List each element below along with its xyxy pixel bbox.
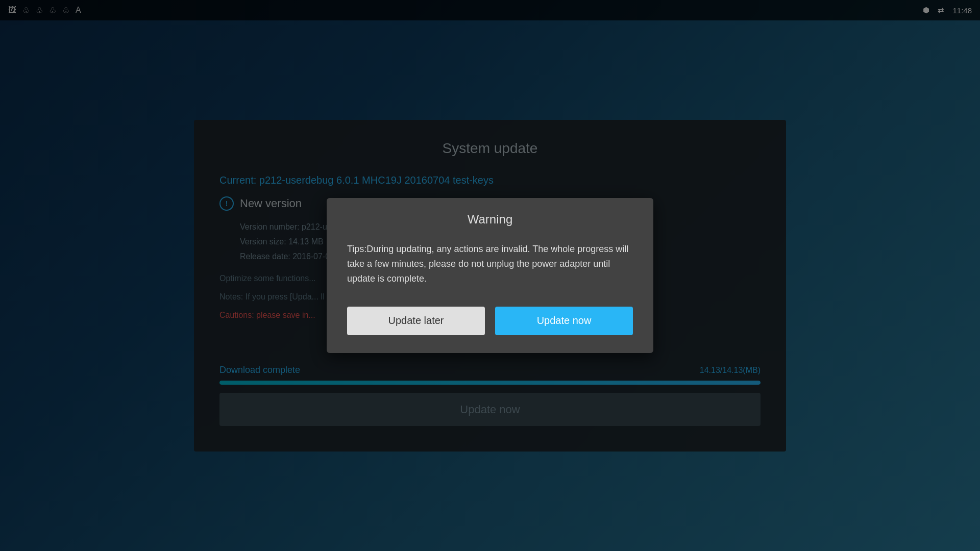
warning-dialog: Warning Tips:During updating, any action…: [327, 198, 653, 353]
overlay: Warning Tips:During updating, any action…: [0, 0, 980, 551]
dialog-message: Tips:During updating, any actions are in…: [327, 237, 653, 301]
dialog-buttons: Update later Update now: [327, 302, 653, 353]
main-area: System update Current: p212-userdebug 6.…: [0, 20, 980, 551]
update-later-button[interactable]: Update later: [347, 307, 485, 335]
dialog-title: Warning: [327, 198, 653, 237]
update-now-button[interactable]: Update now: [495, 307, 633, 335]
